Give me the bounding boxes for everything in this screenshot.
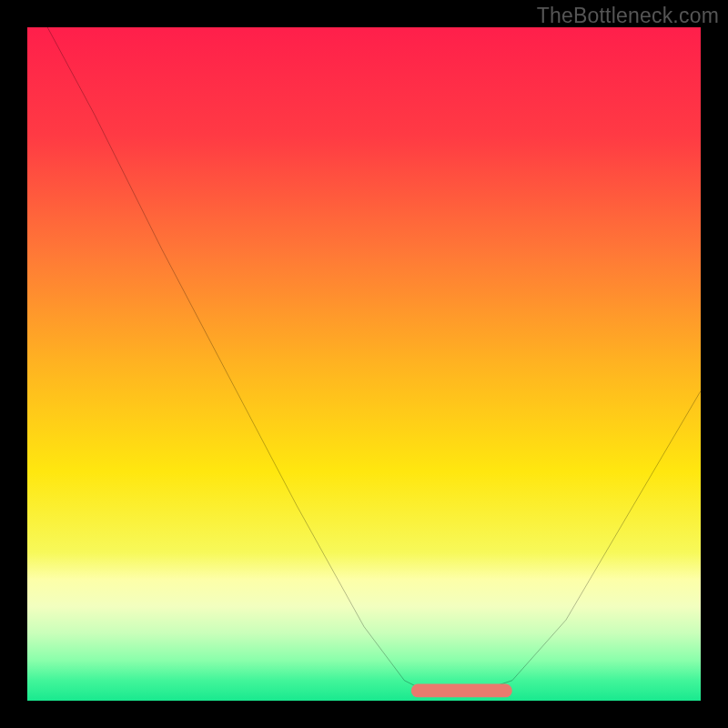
plot-area: [27, 27, 701, 701]
min-plateau-marker: [27, 27, 701, 701]
chart-frame: TheBottleneck.com: [0, 0, 728, 728]
watermark-text: TheBottleneck.com: [537, 4, 719, 28]
svg-rect-1: [411, 684, 512, 698]
